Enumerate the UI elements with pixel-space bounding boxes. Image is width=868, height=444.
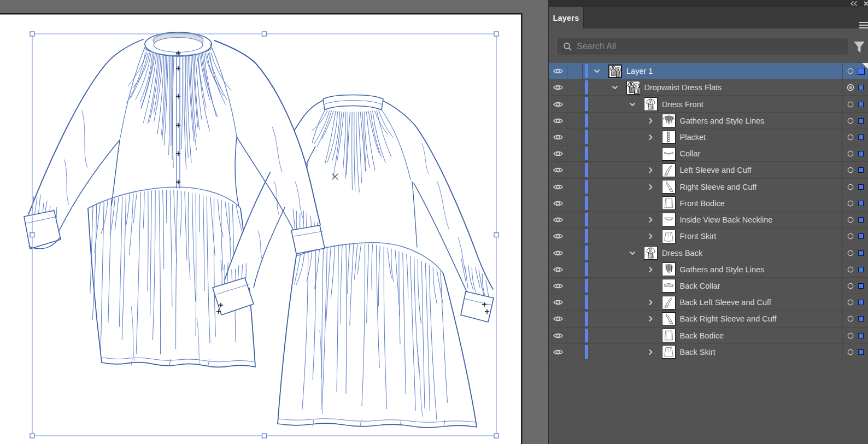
layer-thumbnail[interactable] — [662, 130, 676, 144]
target-cell[interactable] — [845, 261, 856, 278]
lock-cell[interactable] — [567, 228, 582, 244]
layer-name[interactable]: Left Sleeve and Cuff — [680, 162, 752, 178]
panel-menu-icon[interactable] — [859, 22, 868, 30]
selection-square[interactable] — [858, 233, 864, 239]
selection-cell[interactable] — [855, 344, 866, 360]
layer-name[interactable]: Gathers and Style Lines — [680, 261, 765, 278]
expand-chevron-icon[interactable] — [628, 100, 637, 109]
layer-thumbnail[interactable] — [662, 196, 676, 210]
layer-thumbnail[interactable] — [662, 279, 676, 293]
target-circle-icon[interactable] — [847, 217, 854, 223]
target-cell[interactable] — [845, 294, 856, 311]
selection-square[interactable] — [858, 217, 864, 223]
lock-cell[interactable] — [567, 79, 582, 96]
expand-chevron-icon[interactable] — [646, 133, 655, 142]
target-circle-icon[interactable] — [847, 233, 854, 239]
visibility-cell[interactable] — [549, 195, 567, 212]
eye-icon[interactable] — [553, 283, 563, 289]
search-field[interactable] — [556, 38, 848, 55]
target-circle-icon[interactable] — [847, 150, 854, 157]
selection-cell[interactable] — [855, 162, 866, 178]
lock-cell[interactable] — [567, 328, 582, 344]
lock-cell[interactable] — [567, 294, 582, 311]
selection-cell[interactable] — [855, 195, 866, 212]
layer-row-placket[interactable]: Placket — [549, 129, 868, 145]
selection-cell[interactable] — [855, 294, 866, 311]
target-circle-icon[interactable] — [847, 184, 854, 190]
layer-thumbnail[interactable] — [626, 81, 640, 95]
target-cell[interactable] — [845, 162, 856, 178]
eye-icon[interactable] — [553, 200, 563, 207]
layer-name[interactable]: Back Left Sleeve and Cuff — [680, 294, 771, 311]
visibility-cell[interactable] — [549, 96, 567, 112]
target-cell[interactable] — [845, 195, 856, 212]
target-cell[interactable] — [845, 311, 856, 327]
lock-cell[interactable] — [567, 162, 582, 178]
target-circle-icon[interactable] — [847, 299, 854, 306]
layer-name[interactable]: Placket — [680, 129, 706, 145]
eye-icon[interactable] — [553, 101, 563, 108]
eye-icon[interactable] — [553, 233, 563, 239]
layer-thumbnail[interactable] — [662, 230, 676, 243]
document-canvas[interactable] — [0, 0, 548, 444]
target-cell[interactable] — [845, 328, 856, 344]
expand-chevron-icon[interactable] — [646, 215, 655, 224]
expand-chevron-icon[interactable] — [646, 183, 655, 191]
layer-name[interactable]: Back Skirt — [680, 344, 715, 360]
layer-row-gathers-and-style-lines[interactable]: Gathers and Style Lines — [549, 113, 868, 129]
tab-layers[interactable]: Layers — [549, 7, 584, 28]
layer-row-dropwaist-dress-flats[interactable]: Dropwaist Dress Flats — [549, 79, 868, 96]
filter-icon[interactable] — [853, 41, 865, 54]
layer-name[interactable]: Right Sleeve and Cuff — [680, 179, 757, 195]
target-cell[interactable] — [845, 212, 856, 228]
lock-cell[interactable] — [567, 145, 582, 162]
target-circle-icon[interactable] — [847, 250, 854, 256]
layer-name[interactable]: Layer 1 — [626, 63, 653, 79]
layer-thumbnail[interactable] — [662, 147, 676, 161]
selection-square[interactable] — [858, 349, 864, 355]
selection-cell[interactable] — [855, 244, 866, 261]
target-circle-icon[interactable] — [847, 167, 854, 173]
expand-chevron-icon[interactable] — [646, 265, 655, 274]
target-circle-icon[interactable] — [847, 200, 854, 207]
selection-square[interactable] — [858, 118, 864, 124]
selection-square[interactable] — [858, 184, 864, 190]
target-circle-icon[interactable] — [847, 316, 854, 322]
search-input[interactable] — [572, 42, 848, 51]
visibility-cell[interactable] — [549, 311, 567, 327]
layer-name[interactable]: Dropwaist Dress Flats — [644, 79, 722, 96]
lock-cell[interactable] — [567, 311, 582, 327]
target-circle-icon[interactable] — [847, 349, 854, 355]
target-cell[interactable] — [845, 63, 856, 79]
layer-row-front-skirt[interactable]: Front Skirt — [549, 228, 868, 244]
layer-thumbnail[interactable] — [662, 114, 676, 127]
selection-cell[interactable] — [855, 96, 866, 112]
lock-cell[interactable] — [567, 129, 582, 145]
lock-cell[interactable] — [567, 113, 582, 129]
dock-expand-icon[interactable] — [864, 1, 868, 6]
layer-name[interactable]: Back Bodice — [680, 328, 724, 344]
layer-thumbnail[interactable] — [662, 213, 676, 226]
layer-thumbnail[interactable] — [662, 312, 676, 326]
layer-name[interactable]: Dress Back — [662, 244, 702, 261]
selection-cell[interactable] — [855, 212, 866, 228]
selection-square[interactable] — [858, 267, 864, 272]
visibility-cell[interactable] — [549, 294, 567, 311]
layer-row-back-skirt[interactable]: Back Skirt — [549, 344, 868, 360]
target-cell[interactable] — [845, 145, 856, 162]
layer-row-collar[interactable]: Collar — [549, 145, 868, 162]
visibility-cell[interactable] — [549, 244, 567, 261]
selection-cell[interactable] — [855, 328, 866, 344]
layer-name[interactable]: Gathers and Style Lines — [680, 113, 765, 129]
eye-icon[interactable] — [553, 184, 563, 190]
expand-chevron-icon[interactable] — [646, 116, 655, 125]
layer-name[interactable]: Front Bodice — [680, 195, 725, 212]
selection-cell[interactable] — [855, 278, 866, 294]
expand-chevron-icon[interactable] — [646, 348, 655, 357]
eye-icon[interactable] — [553, 150, 563, 157]
target-cell[interactable] — [845, 244, 856, 261]
eye-icon[interactable] — [553, 217, 563, 223]
layer-name[interactable]: Back Right Sleeve and Cuff — [680, 311, 777, 327]
layer-row-layer-1[interactable]: Layer 1 — [549, 63, 868, 79]
lock-cell[interactable] — [567, 344, 582, 360]
